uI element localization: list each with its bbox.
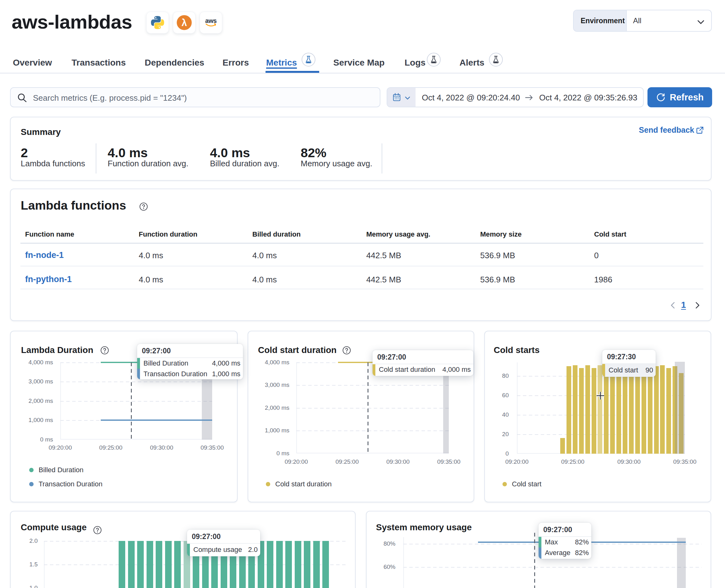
svg-text:aws: aws <box>205 17 217 24</box>
svg-text:λ: λ <box>181 17 187 28</box>
